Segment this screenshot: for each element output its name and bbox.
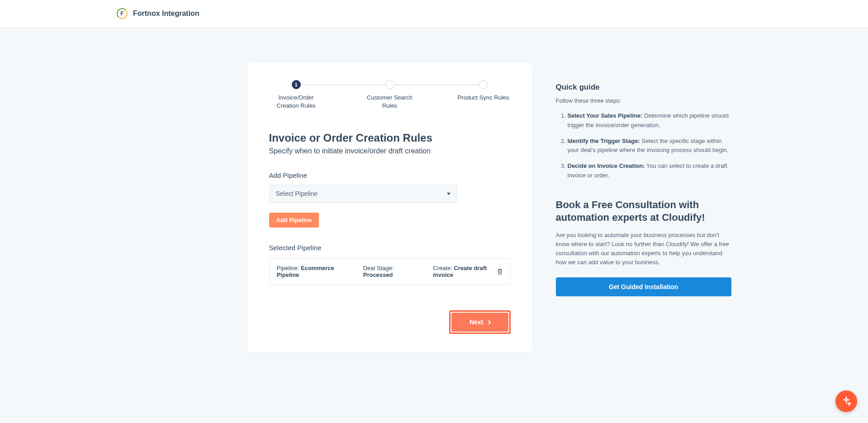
guide-item-2: Identify the Trigger Stage: Select the s… xyxy=(568,137,731,156)
consult-title: Book a Free Consultation with automation… xyxy=(556,199,731,224)
main-card: 1 Invoice/Order Creation Rules Customer … xyxy=(247,63,532,352)
next-button-highlight: Next xyxy=(449,310,510,334)
create-key: Create: xyxy=(433,265,454,271)
step-1-label: Invoice/Order Creation Rules xyxy=(269,94,323,110)
step-3: Product Sync Rules xyxy=(456,80,511,102)
header-title: Fortnox Integration xyxy=(133,10,199,18)
guide-list: Select Your Sales Pipeline: Determine wh… xyxy=(556,111,731,181)
guide-title: Quick guide xyxy=(556,83,731,92)
trash-icon[interactable] xyxy=(497,268,503,275)
pipeline-select[interactable]: Select Pipeline xyxy=(269,185,457,203)
stage-key: Deal Stage: xyxy=(363,265,394,271)
next-button-label: Next xyxy=(470,318,483,326)
page-header: F Fortnox Integration xyxy=(0,0,868,28)
create-cell: Create: Create draft invoice xyxy=(433,265,497,278)
next-button[interactable]: Next xyxy=(451,313,508,332)
step-2: Customer Search Rules xyxy=(363,80,417,110)
selected-pipeline-label: Selected Pipeline xyxy=(269,244,511,252)
chevron-right-icon xyxy=(486,320,491,324)
step-2-circle xyxy=(385,80,394,89)
logo-icon: F xyxy=(117,8,128,19)
add-pipeline-button[interactable]: Add Pipeline xyxy=(269,213,319,228)
step-2-label: Customer Search Rules xyxy=(363,94,417,110)
step-3-circle xyxy=(479,80,488,89)
step-1-circle: 1 xyxy=(292,80,301,89)
chevron-down-icon xyxy=(447,193,451,195)
guide-item-1: Select Your Sales Pipeline: Determine wh… xyxy=(568,111,731,130)
guide-intro: Follow these three steps: xyxy=(556,97,731,104)
sidebar: Quick guide Follow these three steps: Se… xyxy=(556,63,731,352)
step-1: 1 Invoice/Order Creation Rules xyxy=(269,80,323,110)
section-title: Invoice or Order Creation Rules xyxy=(269,132,511,144)
stage-cell: Deal Stage: Processed xyxy=(363,265,416,278)
pipeline-cell: Pipeline: Ecommerce Pipeline xyxy=(277,265,346,278)
stage-value: Processed xyxy=(363,271,393,278)
pipeline-select-text: Select Pipeline xyxy=(276,190,318,197)
add-pipeline-label: Add Pipeline xyxy=(269,171,511,179)
section-subtitle: Specify when to initiate invoice/order d… xyxy=(269,147,511,155)
guided-installation-button[interactable]: Get Guided Installation xyxy=(556,277,731,296)
consult-text: Are you looking to automate your busines… xyxy=(556,231,731,267)
selected-pipeline-row: Pipeline: Ecommerce Pipeline Deal Stage:… xyxy=(269,258,511,285)
stepper: 1 Invoice/Order Creation Rules Customer … xyxy=(269,80,511,110)
pipeline-key: Pipeline: xyxy=(277,265,301,271)
step-3-label: Product Sync Rules xyxy=(457,94,509,102)
guide-item-3: Decide on Invoice Creation: You can sele… xyxy=(568,162,731,181)
